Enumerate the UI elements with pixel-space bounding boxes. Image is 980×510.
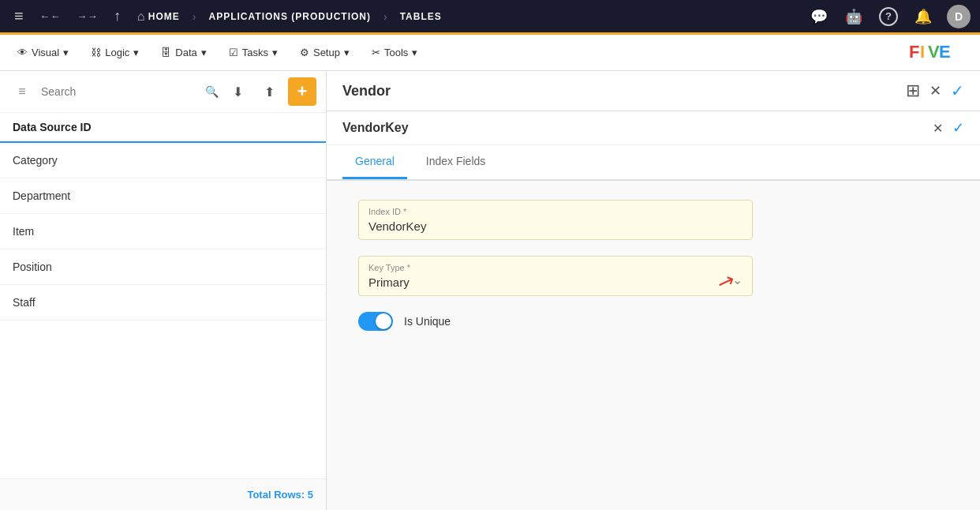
setup-nav-item[interactable]: ⚙ Setup ▾	[292, 42, 357, 63]
index-id-field[interactable]: Index ID * VendorKey	[358, 200, 753, 240]
five-logo: F I V E	[907, 39, 971, 66]
sidebar-column-header: Data Source ID	[0, 113, 326, 143]
home-nav-item[interactable]: ⌂ HOME	[133, 6, 185, 27]
setup-chevron: ▾	[344, 47, 350, 58]
grid-icon: ⊞	[906, 81, 920, 101]
list-item-position[interactable]: Position	[0, 249, 326, 285]
visual-nav-item[interactable]: 👁 Visual ▾	[9, 42, 77, 63]
tasks-label: Tasks	[242, 47, 268, 58]
grid-view-button[interactable]: ⊞	[906, 81, 920, 101]
subpanel-header: VendorKey ✕ ✓	[327, 111, 980, 145]
tab-index-fields-label: Index Fields	[426, 155, 485, 167]
list-item-label: Item	[13, 225, 34, 238]
bot-icon: 🤖	[845, 8, 862, 25]
filter-button[interactable]: ≡	[9, 79, 35, 104]
bot-icon-button[interactable]: 🤖	[843, 6, 865, 28]
search-input[interactable]	[41, 85, 200, 98]
form-area: Index ID * VendorKey Key Type * Primary …	[327, 181, 980, 510]
download-button[interactable]: ⬇	[225, 79, 250, 104]
download-icon: ⬇	[233, 84, 243, 99]
subpanel-close-icon: ✕	[933, 121, 943, 136]
svg-text:E: E	[939, 42, 951, 62]
user-avatar[interactable]: D	[947, 5, 971, 28]
close-icon: ✕	[930, 82, 941, 99]
subpanel-check-icon: ✓	[952, 119, 964, 137]
hamburger-menu[interactable]	[9, 4, 28, 28]
plus-icon: +	[297, 81, 308, 102]
tools-chevron: ▾	[412, 47, 417, 58]
filter-icon: ≡	[18, 84, 25, 99]
applications-nav-item[interactable]: APPLICATIONS (PRODUCTION)	[204, 8, 376, 25]
svg-text:F: F	[909, 42, 919, 62]
index-id-label: Index ID *	[368, 207, 742, 216]
search-container: 🔍	[41, 85, 219, 98]
toggle-knob	[376, 313, 391, 329]
upload-icon: ⬆	[264, 84, 275, 99]
home-icon: ⌂	[137, 9, 145, 24]
data-nav-item[interactable]: 🗄 Data ▾	[153, 42, 214, 63]
list-item-category[interactable]: Category	[0, 143, 326, 178]
back-icon: ←	[39, 10, 61, 22]
list-item-label: Department	[13, 189, 70, 202]
setup-icon: ⚙	[300, 47, 309, 58]
logic-nav-item[interactable]: ⛓ Logic ▾	[83, 42, 147, 63]
tab-general-label: General	[355, 155, 395, 167]
tab-general[interactable]: General	[342, 145, 407, 179]
setup-label: Setup	[313, 47, 340, 58]
tabs-bar: General Index Fields	[327, 145, 980, 180]
list-item-label: Category	[13, 154, 58, 167]
logic-icon: ⛓	[91, 47, 101, 58]
panel-header-actions: ⊞ ✕ ✓	[906, 81, 964, 101]
panel-title: Vendor	[342, 83, 391, 99]
upload-button[interactable]: ⬆	[256, 79, 282, 104]
breadcrumb-sep-2: ›	[383, 10, 387, 23]
forward-button[interactable]: →	[72, 7, 103, 25]
subpanel-close-button[interactable]: ✕	[933, 121, 943, 136]
top-nav-right-actions: 💬 🤖 ? 🔔 D	[808, 5, 971, 28]
tab-index-fields[interactable]: Index Fields	[413, 145, 498, 179]
visual-chevron: ▾	[63, 47, 69, 58]
key-type-field[interactable]: Key Type * Primary ⌄ ↗	[358, 256, 753, 296]
right-panel: Vendor ⊞ ✕ ✓ VendorKey ✕	[327, 71, 980, 510]
total-rows-value: 5	[308, 489, 313, 501]
svg-text:V: V	[928, 42, 940, 62]
help-icon-button[interactable]: ?	[877, 6, 900, 28]
add-button[interactable]: +	[288, 77, 316, 106]
list-item-department[interactable]: Department	[0, 178, 326, 214]
bell-icon-button[interactable]: 🔔	[912, 6, 934, 28]
help-icon: ?	[879, 7, 898, 26]
logic-label: Logic	[105, 47, 129, 58]
applications-label: APPLICATIONS (PRODUCTION)	[209, 11, 371, 22]
chat-icon-button[interactable]: 💬	[808, 6, 830, 28]
svg-text:I: I	[920, 42, 925, 62]
tools-icon: ✂	[372, 47, 380, 58]
up-icon: ↑	[114, 8, 122, 24]
list-item-label: Position	[13, 261, 52, 273]
five-logo-svg: F I V E	[907, 39, 971, 64]
data-icon: 🗄	[161, 47, 171, 58]
list-item-staff[interactable]: Staff	[0, 285, 326, 321]
list-item-item[interactable]: Item	[0, 214, 326, 249]
chat-icon: 💬	[810, 8, 828, 25]
tasks-icon: ☑	[229, 47, 238, 58]
subpanel-actions: ✕ ✓	[933, 119, 964, 137]
subpanel-confirm-button[interactable]: ✓	[952, 119, 964, 137]
main-content-area: ≡ 🔍 ⬇ ⬆ + Data Source ID Category	[0, 71, 980, 510]
panel-close-button[interactable]: ✕	[930, 82, 941, 99]
home-label: HOME	[148, 11, 180, 22]
tools-nav-item[interactable]: ✂ Tools ▾	[364, 42, 425, 63]
sidebar-list: Category Department Item Position Staff	[0, 143, 326, 478]
subpanel: VendorKey ✕ ✓ General Index Fields	[327, 111, 980, 181]
up-button[interactable]: ↑	[109, 5, 126, 28]
tasks-nav-item[interactable]: ☑ Tasks ▾	[221, 42, 286, 63]
secondary-navigation: 👁 Visual ▾ ⛓ Logic ▾ 🗄 Data ▾ ☑ Tasks ▾ …	[0, 35, 980, 71]
search-icon: 🔍	[205, 85, 219, 98]
column-header-label: Data Source ID	[13, 121, 92, 133]
tables-nav-item[interactable]: TABLES	[395, 8, 447, 25]
panel-confirm-button[interactable]: ✓	[951, 81, 964, 100]
total-rows-label: Total Rows:	[247, 489, 305, 501]
forward-icon: →	[77, 10, 98, 22]
is-unique-toggle[interactable]	[358, 312, 393, 331]
panel-header: Vendor ⊞ ✕ ✓	[327, 71, 980, 111]
back-button[interactable]: ←	[35, 7, 65, 25]
